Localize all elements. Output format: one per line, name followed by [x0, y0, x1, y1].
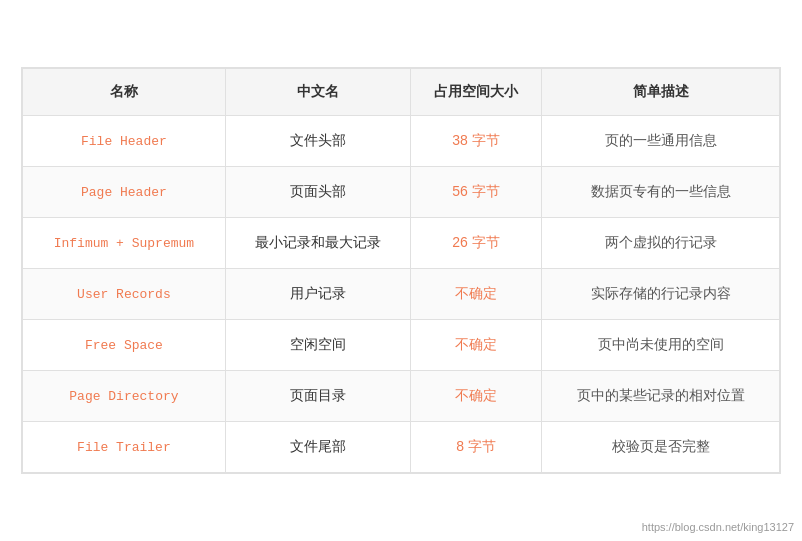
cell-name: File Trailer [23, 422, 226, 473]
cell-zhname: 页面头部 [225, 167, 410, 218]
table-row: File Header文件头部38 字节页的一些通用信息 [23, 116, 780, 167]
cell-size: 38 字节 [410, 116, 542, 167]
cell-size: 不确定 [410, 269, 542, 320]
cell-zhname: 文件尾部 [225, 422, 410, 473]
cell-desc: 实际存储的行记录内容 [542, 269, 780, 320]
table-row: Page Directory页面目录不确定页中的某些记录的相对位置 [23, 371, 780, 422]
cell-size: 不确定 [410, 371, 542, 422]
col-header-desc: 简单描述 [542, 69, 780, 116]
cell-name: Infimum + Supremum [23, 218, 226, 269]
cell-desc: 页中的某些记录的相对位置 [542, 371, 780, 422]
cell-desc: 校验页是否完整 [542, 422, 780, 473]
cell-name: User Records [23, 269, 226, 320]
col-header-zhname: 中文名 [225, 69, 410, 116]
cell-zhname: 页面目录 [225, 371, 410, 422]
cell-desc: 两个虚拟的行记录 [542, 218, 780, 269]
cell-size: 26 字节 [410, 218, 542, 269]
main-table-container: 名称 中文名 占用空间大小 简单描述 File Header文件头部38 字节页… [21, 67, 781, 474]
table-row: Infimum + Supremum最小记录和最大记录26 字节两个虚拟的行记录 [23, 218, 780, 269]
cell-zhname: 用户记录 [225, 269, 410, 320]
cell-zhname: 空闲空间 [225, 320, 410, 371]
cell-desc: 页的一些通用信息 [542, 116, 780, 167]
cell-name: Free Space [23, 320, 226, 371]
table-row: User Records用户记录不确定实际存储的行记录内容 [23, 269, 780, 320]
cell-desc: 页中尚未使用的空间 [542, 320, 780, 371]
watermark: https://blog.csdn.net/king13127 [642, 521, 794, 533]
cell-desc: 数据页专有的一些信息 [542, 167, 780, 218]
table-row: File Trailer文件尾部8 字节校验页是否完整 [23, 422, 780, 473]
cell-size: 56 字节 [410, 167, 542, 218]
cell-size: 不确定 [410, 320, 542, 371]
table-row: Page Header页面头部56 字节数据页专有的一些信息 [23, 167, 780, 218]
table-row: Free Space空闲空间不确定页中尚未使用的空间 [23, 320, 780, 371]
col-header-name: 名称 [23, 69, 226, 116]
table-body: File Header文件头部38 字节页的一些通用信息Page Header页… [23, 116, 780, 473]
cell-size: 8 字节 [410, 422, 542, 473]
col-header-size: 占用空间大小 [410, 69, 542, 116]
cell-zhname: 最小记录和最大记录 [225, 218, 410, 269]
cell-zhname: 文件头部 [225, 116, 410, 167]
cell-name: Page Header [23, 167, 226, 218]
table-header-row: 名称 中文名 占用空间大小 简单描述 [23, 69, 780, 116]
cell-name: File Header [23, 116, 226, 167]
data-table: 名称 中文名 占用空间大小 简单描述 File Header文件头部38 字节页… [22, 68, 780, 473]
cell-name: Page Directory [23, 371, 226, 422]
